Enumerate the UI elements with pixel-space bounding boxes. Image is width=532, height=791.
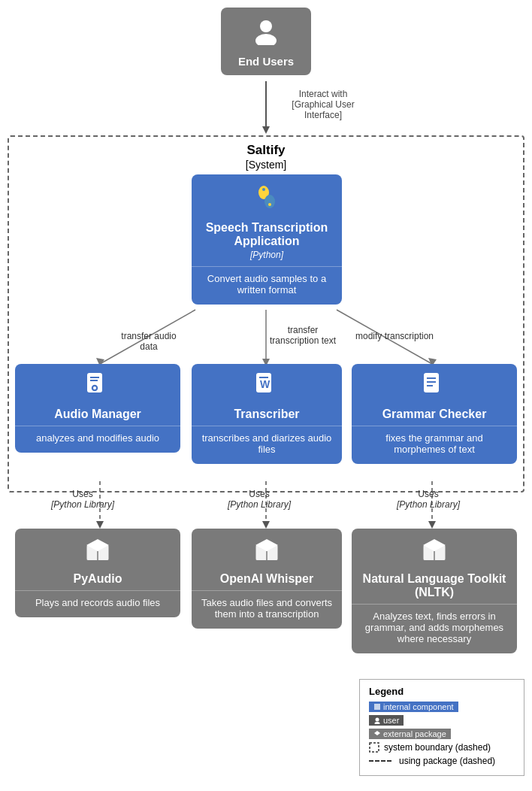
legend-dashed-line [369, 760, 391, 762]
nltk-title: Natural Language Toolkit (NLTK) [352, 572, 517, 599]
transcriber-box: W Transcriber transcribes and diarizes a… [192, 364, 342, 464]
grammar-desc: fixes the grammar and morphemes of text [352, 426, 517, 464]
legend: Legend internal component user external … [359, 679, 524, 776]
audio-manager-box: Audio Manager analyzes and modifies audi… [15, 364, 180, 453]
system-tag: [System] [246, 159, 286, 171]
svg-rect-21 [268, 196, 271, 198]
interact-label: Interact with [Graphical User Interface] [286, 89, 361, 120]
speech-app-desc: Convert audio samples to a written forma… [192, 266, 342, 305]
svg-text:W: W [260, 378, 271, 390]
modify-transcription-label: modify transcription [353, 331, 436, 341]
legend-title: Legend [369, 686, 515, 697]
interact-line3: Interface] [304, 110, 342, 120]
system-name: Saltify [246, 143, 285, 157]
speech-app-title: Speech Transcription Application [192, 221, 342, 248]
whisper-title: OpenAI Whisper [192, 572, 342, 586]
legend-external: external package [369, 729, 515, 739]
uses-grammar-label: Uses[Python Library] [391, 489, 466, 510]
svg-rect-49 [374, 704, 380, 710]
svg-point-18 [262, 188, 265, 191]
svg-rect-20 [262, 196, 265, 198]
conn-audio-text: transfer audio data [121, 331, 176, 352]
audio-manager-title: Audio Manager [15, 408, 180, 421]
svg-marker-13 [428, 521, 436, 529]
conn-grammar-text: modify transcription [355, 331, 434, 341]
transcriber-icon: W [192, 371, 342, 405]
speech-app-subtitle: [Python] [192, 248, 342, 262]
legend-external-badge: external package [369, 729, 451, 739]
pyaudio-icon [15, 536, 180, 569]
svg-rect-32 [427, 381, 436, 383]
end-users-label: End Users [238, 55, 294, 68]
legend-internal-text: internal component [383, 702, 454, 711]
svg-point-50 [376, 718, 379, 722]
svg-point-14 [260, 20, 272, 32]
openai-whisper-box: OpenAI Whisper Takes audio files and con… [192, 529, 342, 629]
svg-point-15 [255, 34, 277, 45]
pyaudio-desc: Plays and records audio files [15, 590, 180, 617]
person-icon [252, 18, 280, 50]
legend-user-badge: user [369, 715, 404, 726]
nltk-icon [352, 536, 517, 569]
transcriber-desc: transcribes and diarizes audio files [192, 426, 342, 464]
legend-boundary-text: system boundary (dashed) [384, 742, 491, 753]
system-name-label: Saltify [System] [246, 143, 286, 171]
svg-rect-33 [427, 385, 433, 386]
svg-point-24 [93, 386, 96, 389]
svg-rect-25 [90, 377, 99, 378]
legend-boundary: system boundary (dashed) [369, 742, 515, 753]
svg-marker-1 [262, 126, 270, 134]
speech-app-title-text: Speech Transcription Application [206, 221, 328, 247]
nltk-box: Natural Language Toolkit (NLTK) Analyzes… [352, 529, 517, 653]
nltk-desc: Analyzes text, finds errors in grammar, … [352, 604, 517, 653]
legend-package: using package (dashed) [369, 756, 515, 766]
interact-line1: Interact with [299, 89, 348, 99]
uses-transcriber-label: Uses[Python Library] [222, 489, 297, 510]
legend-internal-badge: internal component [369, 702, 458, 712]
legend-internal: internal component [369, 702, 515, 712]
legend-package-text: using package (dashed) [399, 756, 495, 766]
legend-external-text: external package [383, 729, 446, 738]
svg-rect-31 [427, 377, 436, 379]
transfer-transcription-label: transfertranscription text [269, 325, 337, 346]
audio-manager-desc: analyzes and modifies audio [15, 426, 180, 453]
whisper-desc: Takes audio files and converts them into… [192, 590, 342, 629]
pyaudio-box: PyAudio Plays and records audio files [15, 529, 180, 617]
python-icon [192, 182, 342, 218]
grammar-icon [352, 371, 517, 405]
diagram-container: End Users Interact with [Graphical User … [0, 0, 532, 791]
svg-point-19 [268, 203, 271, 206]
svg-marker-9 [96, 521, 104, 529]
svg-rect-26 [90, 380, 98, 381]
whisper-icon [192, 536, 342, 569]
speech-app-box: Speech Transcription Application [Python… [192, 174, 342, 305]
svg-rect-53 [370, 743, 379, 752]
svg-marker-11 [262, 521, 270, 529]
svg-rect-29 [259, 377, 268, 378]
legend-user: user [369, 715, 515, 726]
end-users-box: End Users [221, 8, 311, 75]
audio-icon [15, 371, 180, 405]
legend-user-text: user [383, 716, 399, 725]
transcriber-title: Transcriber [192, 408, 342, 421]
svg-marker-52 [374, 731, 380, 735]
pyaudio-title: PyAudio [15, 572, 180, 586]
svg-point-51 [375, 722, 380, 724]
transfer-audio-label: transfer audio data [111, 331, 186, 352]
uses-audio-label: Uses[Python Library] [45, 489, 120, 510]
interact-line2: [Graphical User [292, 99, 354, 110]
grammar-title: Grammar Checker [352, 408, 517, 421]
grammar-checker-box: Grammar Checker fixes the grammar and mo… [352, 364, 517, 464]
